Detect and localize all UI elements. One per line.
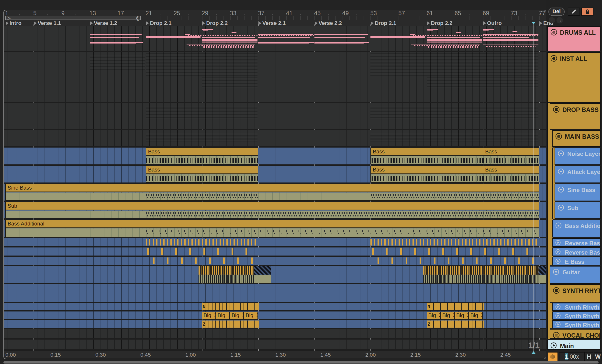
- track-header-noise[interactable]: Noise Layer: [555, 148, 601, 165]
- bar-grid-tick: [174, 16, 174, 20]
- horizontal-scrollbar[interactable]: [3, 361, 599, 364]
- forward-button[interactable]: →: [557, 17, 563, 23]
- drum-note: [486, 46, 535, 47]
- track-header-main[interactable]: Main: [547, 340, 601, 350]
- synth-mini-clips[interactable]: Z: [427, 321, 484, 328]
- track-header-drums[interactable]: DRUMS ALL: [547, 26, 601, 51]
- locator-marker[interactable]: Verse 1.1: [34, 20, 61, 26]
- fold-track-icon[interactable]: [557, 168, 564, 176]
- bar-minor-tick: [244, 14, 245, 15]
- guitar-clip-top[interactable]: [423, 266, 538, 275]
- locator-marker[interactable]: Verse 2.2: [315, 20, 342, 26]
- zoom-height-button[interactable]: H: [585, 352, 593, 361]
- track-header-mainbass[interactable]: MAIN BASS: [552, 130, 601, 147]
- back-button[interactable]: ←: [549, 17, 555, 23]
- play-track-icon[interactable]: [555, 258, 561, 265]
- track-header-synthr[interactable]: SYNTH RHYTHM: [550, 284, 601, 302]
- fold-track-icon[interactable]: [557, 186, 564, 194]
- synth-big-clip[interactable]: Big_Z: [427, 312, 441, 319]
- track-header-bassadd[interactable]: Bass Additiona: [552, 220, 601, 237]
- bass-clip[interactable]: Bass: [483, 148, 539, 164]
- bar-number: 37: [258, 10, 265, 17]
- arrangement-row-main[interactable]: [4, 340, 546, 349]
- guitar-clip-bottom[interactable]: [199, 275, 254, 283]
- track-header-ebass[interactable]: E Bass: [552, 257, 601, 265]
- group-unfold-icon[interactable]: [553, 106, 560, 114]
- synth-big-clip[interactable]: Big_Z: [469, 312, 483, 319]
- playback-zoom-value[interactable]: 1.00x: [559, 352, 585, 361]
- locator-marker[interactable]: Outro: [483, 20, 502, 26]
- olive-clip[interactable]: Sine Bass: [5, 184, 539, 201]
- zoom-width-button[interactable]: W: [594, 352, 602, 361]
- track-header-rb1[interactable]: Reverse Bass 1: [552, 238, 601, 247]
- locator-marker[interactable]: Drop 2.1: [371, 20, 396, 26]
- bass-clip[interactable]: Bass: [146, 148, 258, 164]
- track-header-sub[interactable]: Sub: [555, 202, 601, 219]
- synth-big-clip[interactable]: Big_Z: [244, 312, 258, 319]
- track-header-sine[interactable]: Sine Bass: [555, 184, 601, 201]
- loop-brace[interactable]: ▷❮: [5, 16, 141, 20]
- play-track-icon[interactable]: [550, 342, 557, 350]
- lock-envelopes-button[interactable]: [581, 8, 593, 16]
- track-header-inst[interactable]: INST ALL: [547, 52, 601, 103]
- guitar-clip-bottom[interactable]: [423, 275, 538, 283]
- locator-marker[interactable]: Drop 2.2: [427, 20, 452, 26]
- fold-track-icon[interactable]: [557, 204, 564, 212]
- bass-clip[interactable]: Bass: [146, 166, 258, 182]
- group-unfold-icon[interactable]: [553, 287, 560, 295]
- locator-marker[interactable]: Intro: [6, 20, 22, 26]
- synth-big-clip[interactable]: Big_Z: [230, 312, 244, 319]
- group-unfold-icon[interactable]: [555, 133, 562, 141]
- fold-track-icon[interactable]: [555, 222, 562, 230]
- locator-marker[interactable]: Verse 1.2: [90, 20, 117, 26]
- delete-button[interactable]: Del: [548, 8, 565, 16]
- track-header-rb2[interactable]: Reverse Bass 2: [552, 247, 601, 256]
- arrangement-row-synthr[interactable]: [4, 284, 546, 302]
- audition-waveform-button[interactable]: [548, 352, 558, 361]
- reverse-bass-ticks[interactable]: [146, 239, 258, 246]
- track-name: MAIN BASS: [565, 133, 599, 140]
- track-header-sr1[interactable]: Synth Rhythmi: [552, 303, 601, 311]
- bass-clip[interactable]: Bass: [370, 166, 483, 182]
- locator-marker[interactable]: Drop 2.1: [146, 20, 171, 26]
- track-header-attack[interactable]: Attack Layer: [555, 166, 601, 183]
- synth-mini-clips[interactable]: N: [427, 303, 484, 310]
- fold-track-icon[interactable]: [553, 268, 559, 276]
- draw-mode-button[interactable]: [568, 8, 580, 16]
- arrangement-row-vocal[interactable]: [4, 329, 546, 338]
- synth-big-clip[interactable]: Big_Z: [216, 312, 230, 319]
- play-track-icon[interactable]: [555, 240, 561, 246]
- play-track-icon[interactable]: [555, 321, 561, 328]
- fold-track-icon[interactable]: [557, 150, 564, 158]
- synth-big-clip[interactable]: Big_Z: [455, 312, 469, 319]
- synth-big-clip[interactable]: Big_Z: [441, 312, 455, 319]
- guitar-clip-top[interactable]: [199, 266, 254, 275]
- group-unfold-icon[interactable]: [553, 332, 560, 339]
- track-header-sr3[interactable]: Synth Rhythmi: [552, 320, 601, 328]
- reverse-bass-ticks[interactable]: [372, 248, 539, 255]
- reverse-bass-ticks[interactable]: [378, 257, 538, 264]
- olive-clip[interactable]: Sub: [5, 202, 539, 218]
- synth-big-clip[interactable]: Big_Z: [202, 312, 216, 319]
- synth-mini-clips[interactable]: N: [202, 303, 259, 310]
- track-header-dropbass[interactable]: DROP BASS: [550, 103, 601, 129]
- reverse-bass-ticks[interactable]: [153, 257, 257, 264]
- track-header-vocal[interactable]: VOCAL CHOP: [550, 329, 601, 339]
- group-unfold-icon[interactable]: [550, 29, 557, 37]
- play-track-icon[interactable]: [555, 304, 561, 311]
- bass-clip[interactable]: Bass: [483, 166, 539, 182]
- track-header-sr2[interactable]: Synth Rhythmi: [552, 311, 601, 320]
- play-track-icon[interactable]: [555, 313, 561, 320]
- reverse-bass-ticks[interactable]: [370, 239, 539, 246]
- synth-mini-clips[interactable]: Z: [202, 321, 259, 328]
- play-track-icon[interactable]: [555, 249, 561, 256]
- locator-marker[interactable]: Verse 2.1: [258, 20, 286, 26]
- olive-clip[interactable]: Bass Additional: [5, 220, 539, 237]
- track-header-guitar[interactable]: Guitar: [550, 266, 601, 284]
- locator-marker[interactable]: Drop 2.2: [202, 20, 228, 26]
- drum-note: [483, 40, 538, 41]
- bass-clip[interactable]: Bass: [370, 148, 483, 164]
- w-label: W: [595, 353, 601, 360]
- reverse-bass-ticks[interactable]: [147, 248, 258, 255]
- group-unfold-icon[interactable]: [550, 55, 557, 63]
